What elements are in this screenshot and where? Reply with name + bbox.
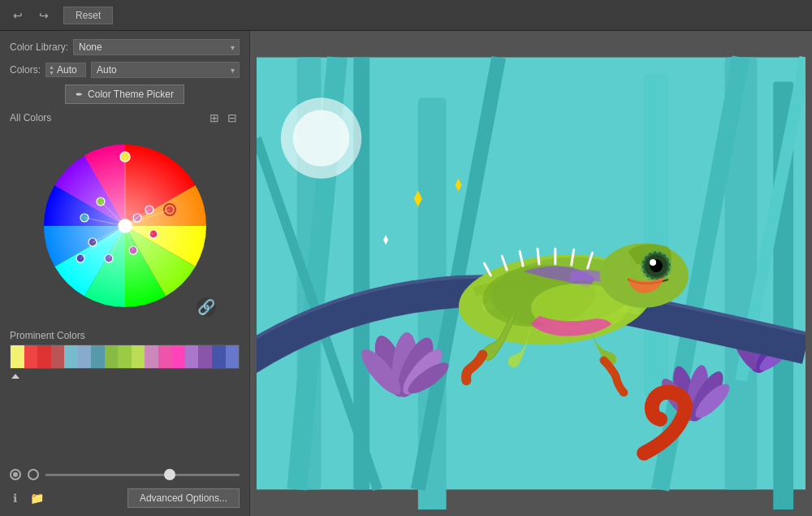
prominent-colors-section: Prominent Colors [10,330,240,379]
color-swatch[interactable] [145,345,158,368]
top-toolbar: ↩ ↪ Reset [0,0,812,31]
reset-button[interactable]: Reset [63,7,113,24]
spinner-up[interactable]: ▲ [49,64,54,70]
color-swatch[interactable] [118,345,132,368]
main-area: Color Library: None Custom Pantone Color… [0,31,812,516]
color-wheel-container[interactable]: 🔗 [28,128,222,323]
color-swatch[interactable] [51,345,65,368]
advanced-options-button[interactable]: Advanced Options... [127,488,240,508]
color-swatches [10,345,240,369]
theme-picker-label: Color Theme Picker [88,89,174,100]
action-bar: ℹ 📁 Advanced Options... [10,485,240,508]
colors-select-wrapper: Auto 2 3 4 5 6 [91,62,240,78]
color-wheel-section: All Colors ⊞ ⊟ [10,111,240,323]
colors-select[interactable]: Auto 2 3 4 5 6 [91,62,240,78]
wheel-view-btn1[interactable]: ⊞ [207,111,222,125]
color-swatch[interactable] [11,345,24,368]
colors-value: Auto [57,64,77,76]
prominent-colors-label: Prominent Colors [10,330,240,341]
link-icon[interactable]: 🔗 [197,297,216,317]
color-swatch[interactable] [158,345,172,368]
wheel-icons: ⊞ ⊟ [207,111,240,125]
color-library-label: Color Library: [10,41,68,53]
color-swatch[interactable] [24,345,38,368]
color-swatch[interactable] [226,345,240,368]
canvas-area [250,31,812,516]
color-swatch[interactable] [185,345,199,368]
artwork-svg [257,37,806,509]
color-library-select[interactable]: None Custom Pantone [73,39,240,55]
artwork-container [257,37,806,509]
radio-selected[interactable] [10,469,21,480]
range-slider[interactable] [45,474,240,476]
svg-rect-32 [644,73,668,397]
swatch-triangle-indicator [11,374,19,379]
color-library-row: Color Library: None Custom Pantone [10,39,240,55]
bottom-controls: ℹ 📁 Advanced Options... [10,469,240,508]
color-swatch[interactable] [132,345,145,368]
color-swatch[interactable] [212,345,226,368]
color-swatch[interactable] [171,345,185,368]
wheel-view-btn2[interactable]: ⊟ [225,111,240,125]
color-swatch[interactable] [198,345,212,368]
colors-row: Colors: ▲ ▼ Auto Auto 2 3 4 5 6 [10,62,240,78]
left-panel: Color Library: None Custom Pantone Color… [0,31,250,516]
theme-picker-icon: ✒ [76,89,83,100]
color-wheel-svg[interactable] [28,128,222,323]
color-swatch[interactable] [91,345,105,368]
color-theme-picker-button[interactable]: ✒ Color Theme Picker [65,85,184,104]
undo-button[interactable]: ↩ [8,6,28,25]
all-colors-label: All Colors [10,112,51,124]
color-swatch[interactable] [105,345,119,368]
colors-label: Colors: [10,64,41,76]
color-swatch[interactable] [64,345,78,368]
slider-row [10,469,240,480]
color-wheel-header: All Colors ⊞ ⊟ [10,111,240,125]
color-swatch[interactable] [78,345,92,368]
color-library-select-wrapper: None Custom Pantone [73,39,240,55]
svg-point-55 [293,110,350,167]
folder-button[interactable]: 📁 [27,490,47,506]
redo-button[interactable]: ↪ [34,6,54,25]
spinner-down[interactable]: ▼ [49,70,54,76]
svg-point-67 [650,259,656,266]
color-swatch[interactable] [37,345,51,368]
radio-unselected[interactable] [28,469,39,480]
colors-spinner-arrows[interactable]: ▲ ▼ [49,64,54,76]
info-button[interactable]: ℹ [10,490,20,506]
